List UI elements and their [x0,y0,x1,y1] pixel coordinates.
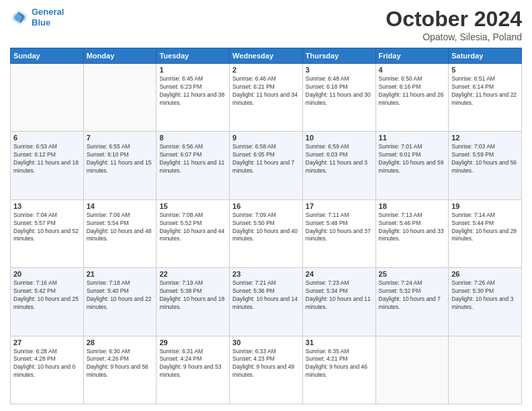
table-row: 31Sunrise: 6:35 AM Sunset: 4:21 PM Dayli… [302,336,375,404]
day-info: Sunrise: 6:31 AM Sunset: 4:24 PM Dayligh… [159,348,226,380]
page: General Blue October 2024 Opatow, Silesi… [0,0,532,411]
day-number: 13 [13,202,81,210]
table-row: 28Sunrise: 6:30 AM Sunset: 4:26 PM Dayli… [83,336,157,404]
day-number: 8 [159,134,226,142]
table-row: 27Sunrise: 6:28 AM Sunset: 4:28 PM Dayli… [11,336,84,404]
calendar-header-row: Sunday Monday Tuesday Wednesday Thursday… [11,48,522,64]
day-number: 10 [306,134,373,142]
table-row: 11Sunrise: 7:01 AM Sunset: 6:01 PM Dayli… [375,132,449,199]
table-row: 14Sunrise: 7:06 AM Sunset: 5:54 PM Dayli… [83,199,157,267]
table-row: 23Sunrise: 7:21 AM Sunset: 5:36 PM Dayli… [230,268,303,336]
table-row: 25Sunrise: 7:24 AM Sunset: 5:32 PM Dayli… [375,268,449,336]
title-area: October 2024 Opatow, Silesia, Poland [386,7,522,42]
day-number: 6 [13,134,81,142]
table-row: 16Sunrise: 7:09 AM Sunset: 5:50 PM Dayli… [230,199,303,267]
day-number: 22 [159,270,226,278]
day-info: Sunrise: 6:55 AM Sunset: 6:10 PM Dayligh… [87,143,154,175]
day-number: 19 [451,202,519,210]
day-info: Sunrise: 7:14 AM Sunset: 5:44 PM Dayligh… [451,212,519,244]
day-info: Sunrise: 7:23 AM Sunset: 5:34 PM Dayligh… [306,279,373,312]
day-info: Sunrise: 7:03 AM Sunset: 5:59 PM Dayligh… [451,143,519,175]
table-row [375,336,449,404]
day-info: Sunrise: 7:04 AM Sunset: 5:57 PM Dayligh… [13,212,81,244]
day-info: Sunrise: 7:26 AM Sunset: 5:30 PM Dayligh… [451,279,519,312]
col-friday: Friday [375,48,449,64]
day-info: Sunrise: 6:46 AM Sunset: 6:21 PM Dayligh… [232,75,300,107]
day-info: Sunrise: 7:16 AM Sunset: 5:42 PM Dayligh… [13,279,81,312]
day-number: 5 [451,66,519,74]
day-number: 26 [451,270,519,278]
day-number: 31 [306,338,373,347]
day-info: Sunrise: 7:19 AM Sunset: 5:38 PM Dayligh… [159,279,226,312]
table-row: 18Sunrise: 7:13 AM Sunset: 5:46 PM Dayli… [375,199,449,267]
day-number: 14 [87,202,154,210]
day-info: Sunrise: 7:11 AM Sunset: 5:48 PM Dayligh… [306,212,373,244]
day-info: Sunrise: 6:58 AM Sunset: 6:05 PM Dayligh… [232,143,300,175]
day-number: 9 [232,134,300,142]
day-number: 21 [87,270,154,278]
table-row [449,336,522,404]
calendar-week-row: 1Sunrise: 6:45 AM Sunset: 6:23 PM Daylig… [11,64,522,132]
calendar-week-row: 27Sunrise: 6:28 AM Sunset: 4:28 PM Dayli… [11,336,522,404]
day-info: Sunrise: 7:24 AM Sunset: 5:32 PM Dayligh… [379,279,446,312]
day-info: Sunrise: 6:50 AM Sunset: 6:16 PM Dayligh… [379,75,446,107]
logo-text: General Blue [32,7,64,28]
table-row: 20Sunrise: 7:16 AM Sunset: 5:42 PM Dayli… [11,268,84,336]
table-row [11,64,84,132]
month-title: October 2024 [386,7,522,32]
location-subtitle: Opatow, Silesia, Poland [386,32,522,42]
table-row: 12Sunrise: 7:03 AM Sunset: 5:59 PM Dayli… [449,132,522,199]
day-number: 7 [87,134,154,142]
day-info: Sunrise: 7:06 AM Sunset: 5:54 PM Dayligh… [87,212,154,244]
day-number: 15 [159,202,226,210]
day-number: 25 [379,270,446,278]
col-tuesday: Tuesday [157,48,230,64]
table-row: 6Sunrise: 6:53 AM Sunset: 6:12 PM Daylig… [11,132,84,199]
logo: General Blue [10,7,64,28]
logo-blue: Blue [32,17,50,28]
day-number: 18 [379,202,446,210]
table-row: 17Sunrise: 7:11 AM Sunset: 5:48 PM Dayli… [302,199,375,267]
table-row: 15Sunrise: 7:08 AM Sunset: 5:52 PM Dayli… [157,199,230,267]
logo-general: General [32,7,64,17]
day-info: Sunrise: 7:13 AM Sunset: 5:46 PM Dayligh… [379,212,446,244]
col-monday: Monday [83,48,157,64]
day-number: 27 [13,338,81,347]
day-info: Sunrise: 7:01 AM Sunset: 6:01 PM Dayligh… [379,143,446,175]
day-number: 2 [232,66,300,74]
calendar-week-row: 20Sunrise: 7:16 AM Sunset: 5:42 PM Dayli… [11,268,522,336]
day-number: 20 [13,270,81,278]
logo-icon [10,8,29,27]
day-info: Sunrise: 7:08 AM Sunset: 5:52 PM Dayligh… [159,212,226,244]
calendar-week-row: 6Sunrise: 6:53 AM Sunset: 6:12 PM Daylig… [11,132,522,199]
col-thursday: Thursday [302,48,375,64]
day-info: Sunrise: 7:18 AM Sunset: 5:40 PM Dayligh… [87,279,154,312]
day-info: Sunrise: 6:35 AM Sunset: 4:21 PM Dayligh… [306,348,373,380]
day-info: Sunrise: 7:09 AM Sunset: 5:50 PM Dayligh… [232,212,300,244]
col-saturday: Saturday [449,48,522,64]
col-wednesday: Wednesday [230,48,303,64]
day-info: Sunrise: 6:51 AM Sunset: 6:14 PM Dayligh… [451,75,519,107]
day-number: 24 [306,270,373,278]
table-row: 29Sunrise: 6:31 AM Sunset: 4:24 PM Dayli… [157,336,230,404]
table-row: 13Sunrise: 7:04 AM Sunset: 5:57 PM Dayli… [11,199,84,267]
day-info: Sunrise: 6:28 AM Sunset: 4:28 PM Dayligh… [13,348,81,380]
day-number: 11 [379,134,446,142]
header: General Blue October 2024 Opatow, Silesi… [10,7,522,42]
day-number: 23 [232,270,300,278]
table-row: 9Sunrise: 6:58 AM Sunset: 6:05 PM Daylig… [230,132,303,199]
col-sunday: Sunday [11,48,84,64]
table-row: 22Sunrise: 7:19 AM Sunset: 5:38 PM Dayli… [157,268,230,336]
table-row: 21Sunrise: 7:18 AM Sunset: 5:40 PM Dayli… [83,268,157,336]
table-row: 7Sunrise: 6:55 AM Sunset: 6:10 PM Daylig… [83,132,157,199]
table-row: 24Sunrise: 7:23 AM Sunset: 5:34 PM Dayli… [302,268,375,336]
day-info: Sunrise: 6:45 AM Sunset: 6:23 PM Dayligh… [159,75,226,107]
table-row: 8Sunrise: 6:56 AM Sunset: 6:07 PM Daylig… [157,132,230,199]
day-number: 1 [159,66,226,74]
table-row: 2Sunrise: 6:46 AM Sunset: 6:21 PM Daylig… [230,64,303,132]
day-info: Sunrise: 6:33 AM Sunset: 4:23 PM Dayligh… [232,348,300,380]
day-number: 4 [379,66,446,74]
calendar-week-row: 13Sunrise: 7:04 AM Sunset: 5:57 PM Dayli… [11,199,522,267]
day-number: 28 [87,338,154,347]
day-number: 3 [306,66,373,74]
